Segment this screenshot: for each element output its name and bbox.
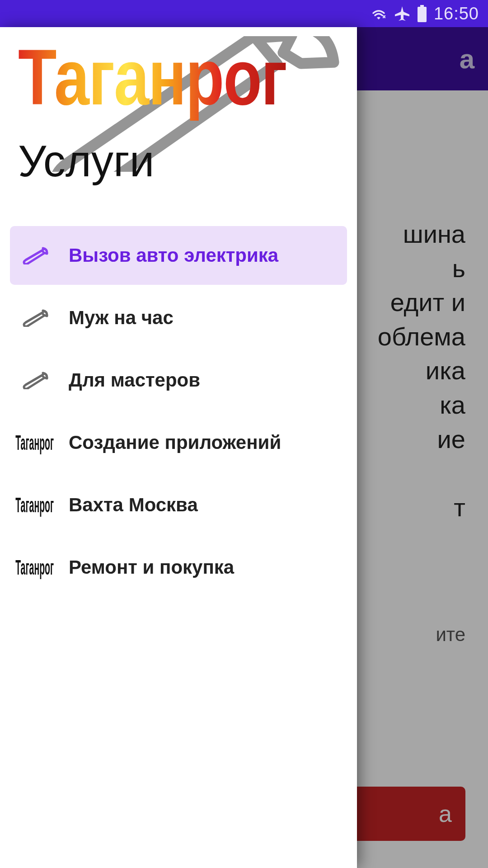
navigation-drawer: Таганрог Услуги Вызов авто электрика М: [0, 27, 357, 868]
wrench-icon: [19, 364, 51, 396]
drawer-header: Таганрог Услуги: [0, 27, 357, 217]
menu-item-label: Вызов авто электрика: [69, 245, 278, 266]
menu-item-label: Вахта Москва: [69, 494, 198, 516]
drawer-menu: Вызов авто электрика Муж на час Для маст…: [0, 217, 357, 609]
wifi-icon: [370, 6, 388, 21]
menu-item-repair-purchase[interactable]: Таганрог Ремонт и покупка: [10, 538, 347, 597]
menu-item-label: Для мастеров: [69, 369, 200, 391]
status-time: 16:50: [434, 4, 479, 24]
menu-item-label: Ремонт и покупка: [69, 557, 234, 578]
taganrog-mini-icon: Таганрог: [19, 427, 51, 458]
battery-icon: [417, 5, 427, 22]
taganrog-mini-icon: Таганрог: [19, 489, 51, 521]
screen-root: 16:50 а шина ь едит и облема ика ка ие т…: [0, 0, 488, 868]
menu-item-app-creation[interactable]: Таганрог Создание приложений: [10, 413, 347, 472]
airplane-icon: [394, 5, 410, 22]
status-bar: 16:50: [0, 0, 488, 27]
menu-item-label: Создание приложений: [69, 432, 281, 453]
menu-item-for-masters[interactable]: Для мастеров: [10, 351, 347, 410]
drawer-subtitle: Услуги: [18, 136, 154, 187]
wrench-icon: [19, 240, 51, 271]
menu-item-husband-hour[interactable]: Муж на час: [10, 288, 347, 347]
wrench-icon: [19, 302, 51, 334]
menu-item-label: Муж на час: [69, 307, 174, 329]
menu-item-vakhta-moscow[interactable]: Таганрог Вахта Москва: [10, 476, 347, 534]
drawer-logo-text: Таганрог: [18, 32, 286, 123]
svg-rect-1: [418, 7, 427, 22]
menu-item-auto-electric[interactable]: Вызов авто электрика: [10, 226, 347, 285]
svg-rect-0: [420, 5, 424, 7]
taganrog-mini-icon: Таганрог: [19, 552, 51, 583]
